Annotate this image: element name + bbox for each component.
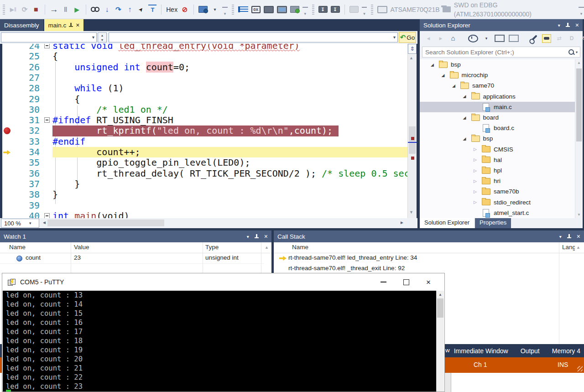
expander-open-icon[interactable]: ◢ (463, 94, 466, 99)
expander-open-icon[interactable]: ◢ (452, 84, 455, 88)
toolbar-grip[interactable] (371, 5, 373, 15)
hex-display-icon[interactable]: 0X (251, 6, 261, 13)
hex-toggle-button[interactable]: Hex (166, 5, 177, 14)
code-line[interactable]: 40int main(void) (2, 211, 407, 218)
fold-collapse-icon[interactable] (44, 44, 50, 48)
se-collapse-all-icon[interactable] (495, 35, 505, 42)
code-line[interactable]: 30 /* led1 on */ (2, 105, 407, 115)
tree-item-hri[interactable]: ▷hri (420, 176, 575, 186)
toolbar-grip[interactable] (312, 5, 314, 15)
spinner-down-icon[interactable]: ▼ (101, 38, 104, 42)
step-into-icon[interactable]: ↓ (103, 5, 111, 14)
pin-icon[interactable] (567, 234, 571, 239)
code-line[interactable]: 34 count++; (2, 147, 407, 157)
tree-item-atmel-start-c[interactable]: atmel_start.c (420, 208, 575, 218)
step-trace-icon[interactable] (238, 6, 248, 12)
scroll-up-icon[interactable]: ▲ (576, 245, 580, 250)
close-icon[interactable]: × (426, 278, 431, 286)
code-line[interactable]: 36 rt_thread_delay( RT_TICK_PER_SECOND/2… (2, 168, 407, 179)
tab-main-c[interactable]: main.c × (44, 19, 84, 31)
scroll-up-icon[interactable]: ▲ (437, 291, 444, 298)
se-preview-toggle-icon[interactable] (542, 34, 551, 43)
code-line[interactable]: 29 { (2, 94, 407, 105)
fold-collapse-icon[interactable] (44, 213, 50, 218)
toolbar-overflow-icon[interactable]: ▾ (579, 7, 584, 16)
code-line[interactable]: 25{ (2, 51, 407, 62)
scrollbar-thumb[interactable] (576, 68, 582, 141)
editor-vertical-scrollbar[interactable]: ⇕ ▲ ▼ (407, 44, 417, 218)
program-device-icon[interactable]: ↧ (318, 6, 328, 13)
call-stack-row[interactable]: rt-thread-same70.elf! led_thread_entry L… (274, 253, 576, 263)
zoom-level-dropdown[interactable]: 100 % ▾ (1, 219, 39, 228)
device-memory-icon[interactable] (277, 6, 287, 13)
tab-properties[interactable]: Properties (475, 218, 511, 228)
search-icon[interactable] (568, 49, 574, 55)
expander-open-icon[interactable]: ◢ (442, 73, 445, 78)
expander-closed-icon[interactable]: ▷ (474, 200, 477, 204)
scroll-down-icon[interactable]: ▼ (577, 213, 581, 217)
bottom-tab-memory-4[interactable]: Memory 4 (552, 347, 580, 355)
members-dropdown[interactable]: ▾ (109, 32, 398, 42)
expander-open-icon[interactable]: ◢ (431, 63, 434, 67)
start-debug-icon[interactable]: ▶ (73, 5, 81, 14)
device-name-label[interactable]: ATSAME70Q21B (391, 5, 439, 14)
code-line[interactable]: 38} (2, 189, 407, 200)
call-stack-header[interactable]: Call Stack ▾ × (274, 230, 584, 242)
hscroll-right-icon[interactable]: ► (400, 220, 404, 225)
chevron-down-icon[interactable]: ▾ (247, 234, 249, 239)
tree-item-same70[interactable]: ◢same70 (420, 80, 575, 91)
search-input[interactable] (422, 49, 568, 56)
tree-item-main-c[interactable]: main.c (420, 102, 575, 112)
tree-item-board-c[interactable]: board.c (420, 123, 575, 133)
scrollbar-thumb[interactable] (437, 298, 443, 318)
types-dropdown[interactable]: ▾ (1, 32, 97, 42)
code-line[interactable]: 31#ifndef RT_USING_FINSH (2, 115, 407, 125)
run-to-cursor-icon[interactable]: ➤ (135, 3, 147, 16)
cut-tab-label[interactable]: w (445, 347, 450, 354)
scrollbar-thumb[interactable] (409, 126, 416, 154)
code-line[interactable]: 32 rt_kprintf("led on, count : %d\r\n",c… (2, 125, 407, 136)
device-chip-icon[interactable] (264, 6, 274, 13)
go-button[interactable]: ↶ Go (399, 32, 416, 43)
solution-explorer-search[interactable]: ▾ (422, 47, 580, 57)
code-line[interactable]: 24static void led_thread_entry(void *par… (2, 44, 407, 51)
toggle-breakpoints-icon[interactable]: ⊘ (181, 5, 189, 14)
tree-item-hal[interactable]: ▷hal (420, 155, 575, 165)
fold-collapse-icon[interactable] (44, 117, 50, 123)
toolbar-overflow-icon[interactable]: ▾ (302, 7, 308, 16)
expander-closed-icon[interactable]: ▷ (474, 147, 477, 152)
column-name[interactable]: Name (9, 244, 26, 251)
putty-titlebar[interactable]: COM5 - PuTTY × (2, 273, 444, 291)
se-home-icon[interactable]: ⌂ (449, 34, 457, 43)
call-stack-row[interactable]: rt-thread-same70.elf! _thread_exit Line:… (274, 263, 576, 274)
code-line[interactable]: 26 unsigned int count=0; (2, 62, 407, 73)
scroll-up-icon[interactable]: ▲ (577, 61, 581, 65)
code-line[interactable]: 39 (2, 200, 407, 211)
code-line[interactable]: 27 (2, 73, 407, 83)
se-properties-wrench-icon[interactable] (530, 35, 537, 42)
step-out-icon[interactable]: ↑ (125, 5, 134, 14)
se-pending-icon[interactable] (468, 35, 478, 42)
close-icon[interactable]: × (76, 22, 79, 28)
code-editor[interactable]: 24static void led_thread_entry(void *par… (0, 44, 407, 218)
resize-grip[interactable] (577, 366, 583, 371)
expander-closed-icon[interactable]: ▷ (474, 168, 477, 173)
solution-tree-scrollbar[interactable]: ▲ ▼ (575, 59, 583, 218)
expander-closed-icon[interactable]: ▷ (474, 157, 477, 162)
hscroll-left-icon[interactable]: ◄ (42, 220, 47, 225)
hscrollbar-thumb[interactable] (47, 220, 164, 226)
watch-header[interactable]: Watch 1 ▾ × (0, 230, 271, 242)
expander-closed-icon[interactable]: ▷ (474, 189, 477, 194)
tree-item-cmsis[interactable]: ▷CMSIS (420, 144, 575, 155)
se-sync-icon[interactable] (509, 35, 519, 42)
tree-item-same70b[interactable]: ▷same70b (420, 186, 575, 197)
putty-window[interactable]: COM5 - PuTTY × led on, count : 13led on,… (2, 273, 445, 392)
stop-debug-icon[interactable]: ■ (32, 5, 40, 14)
column-name[interactable]: Name (292, 244, 308, 251)
code-line[interactable]: 33#endif (2, 136, 407, 147)
tree-item-microchip[interactable]: ◢microchip (420, 70, 575, 80)
close-icon[interactable]: × (577, 233, 580, 240)
debug-interface-label[interactable]: SWD on EDBG (ATML2637010000000000) (454, 5, 575, 14)
pause-debug-icon[interactable]: ‖ (62, 5, 70, 14)
spinner-up-icon[interactable]: ▲ (101, 34, 104, 37)
